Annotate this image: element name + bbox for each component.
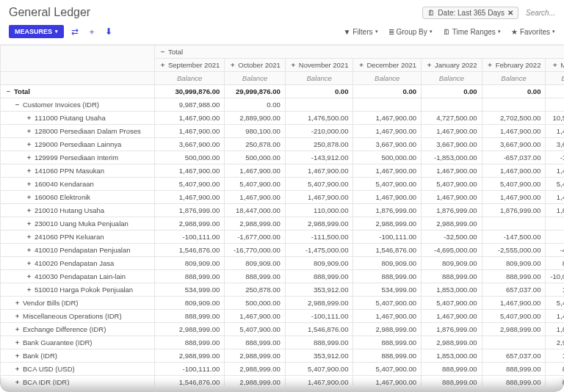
col-header[interactable]: +February 2022 xyxy=(482,59,546,72)
cell: 888,999.00 xyxy=(285,270,353,283)
col-header[interactable]: +October 2021 xyxy=(225,59,286,72)
row-header[interactable]: +BCA IDR (IDR) xyxy=(1,376,155,386)
cell: 250,878.00 xyxy=(225,138,286,151)
row-header[interactable]: +410010 Pendapatan Penjualan xyxy=(1,244,155,257)
row-header[interactable]: −Total xyxy=(1,85,155,98)
cell: -143,912.00 xyxy=(285,151,353,164)
cell: 1,467,900.00 xyxy=(353,310,422,323)
cell: 500,000.00 xyxy=(225,151,286,164)
row-header[interactable]: +Bank Guarantee (IDR) xyxy=(1,336,155,349)
cell: 1,876,999.00 xyxy=(546,323,564,336)
cell: -111,500.00 xyxy=(285,231,353,244)
cell: 5,407,900.00 xyxy=(482,310,546,323)
close-icon[interactable]: ✕ xyxy=(507,9,513,17)
cell: 1,467,900.00 xyxy=(353,191,422,204)
row-header[interactable]: +160060 Elektronik xyxy=(1,191,155,204)
cell: 1,467,900.00 xyxy=(353,125,422,138)
row-header[interactable]: −Customer Invoices (IDR) xyxy=(1,98,155,112)
cell: 1,467,900.00 xyxy=(546,125,564,138)
cell: 2,988,999.00 xyxy=(225,217,286,231)
time-ranges-dropdown[interactable]: 🗓 Time Ranges ▾ xyxy=(443,28,501,36)
cell xyxy=(285,98,353,112)
row-header[interactable]: +128000 Persediaan Dalam Proses xyxy=(1,125,155,138)
row-header[interactable]: +410030 Pendapatan Lain-lain xyxy=(1,270,155,283)
cell: 980,100.00 xyxy=(225,125,286,138)
calendar-icon: 🗓 xyxy=(443,28,450,36)
cell: 2,988,999.00 xyxy=(422,336,482,349)
row-header[interactable]: +Bank (IDR) xyxy=(1,349,155,363)
row-header[interactable]: +160040 Kendaraan xyxy=(1,178,155,191)
col-header[interactable]: +March 2022 xyxy=(546,59,564,72)
row-header[interactable]: +129000 Persediaan Lainnya xyxy=(1,138,155,151)
cell: 1,467,900.00 xyxy=(482,297,546,310)
row-header[interactable]: +Exchange Difference (IDR) xyxy=(1,323,155,336)
cell: 888,999.00 xyxy=(353,270,422,283)
cell xyxy=(482,336,546,349)
search-input[interactable]: Search... xyxy=(523,9,555,17)
cell: 0.00 xyxy=(285,85,353,98)
cell: 809,909.00 xyxy=(482,257,546,270)
cell: 1,476,500.00 xyxy=(285,112,353,125)
cell: 657,037.00 xyxy=(482,283,546,297)
cell: 2,702,500.00 xyxy=(482,112,546,125)
col-group-total[interactable]: −Total xyxy=(155,46,565,59)
cell: 2,988,999.00 xyxy=(225,376,286,386)
cell: 29,999,876.00 xyxy=(225,85,286,98)
col-header[interactable]: +January 2022 xyxy=(422,59,482,72)
cell: 2,988,999.00 xyxy=(285,297,353,310)
row-header[interactable]: +141060 PPN Masukan xyxy=(1,164,155,178)
row-header[interactable]: +210010 Hutang Usaha xyxy=(1,204,155,217)
row-header[interactable]: +410020 Pendapatan Jasa xyxy=(1,257,155,270)
cell: 657,037.00 xyxy=(482,349,546,363)
cell: 1,876,999.00 xyxy=(155,204,225,217)
flip-axis-icon[interactable]: ⇄ xyxy=(70,26,80,37)
row-header[interactable]: +Miscellaneous Operations (IDR) xyxy=(1,310,155,323)
group-by-dropdown[interactable]: ≣ Group By ▾ xyxy=(388,28,433,36)
cell: 1,467,900.00 xyxy=(422,164,482,178)
row-header[interactable]: +241060 PPN Keluaran xyxy=(1,231,155,244)
cell: 2,988,999.00 xyxy=(285,217,353,231)
cell: -1,853,000.00 xyxy=(422,151,482,164)
col-header[interactable]: +December 2021 xyxy=(353,59,422,72)
cell: 888,999.00 xyxy=(155,336,225,349)
row-header[interactable]: +111000 Piutang Usaha xyxy=(1,112,155,125)
cell: 2,988,999.00 xyxy=(353,217,422,231)
cell: 2,988,999.00 xyxy=(225,363,286,376)
pivot-scroll-area[interactable]: −Total +September 2021+October 2021+Nove… xyxy=(0,45,564,385)
cell: 888,999.00 xyxy=(546,376,564,386)
cell: 809,909.00 xyxy=(353,257,422,270)
cell: 2,988,999.00 xyxy=(155,217,225,231)
cell: 1,467,900.00 xyxy=(546,310,564,323)
expand-all-icon[interactable]: ＋ xyxy=(86,26,98,38)
cell: 3,667,900.00 xyxy=(155,138,225,151)
cell: 3,667,900.00 xyxy=(353,138,422,151)
row-header[interactable]: +510010 Harga Pokok Penjualan xyxy=(1,283,155,297)
cell: 3,667,900.00 xyxy=(546,138,564,151)
cell: 126,942.00 xyxy=(546,283,564,297)
cell: 1,467,900.00 xyxy=(422,125,482,138)
cell: 126,942.00 xyxy=(546,349,564,363)
filters-dropdown[interactable]: ▼ Filters ▾ xyxy=(343,28,377,36)
cell: 1,467,900.00 xyxy=(155,164,225,178)
col-header[interactable]: +September 2021 xyxy=(155,59,225,72)
cell: 0.00 xyxy=(482,85,546,98)
cell: 1,467,900.00 xyxy=(546,191,564,204)
col-header[interactable]: +November 2021 xyxy=(285,59,353,72)
cell: 809,909.00 xyxy=(155,257,225,270)
download-icon[interactable]: ⬇ xyxy=(104,26,114,37)
cell: 0.00 xyxy=(546,85,564,98)
measures-button[interactable]: MEASURES ▾ xyxy=(9,25,64,38)
page-title: General Ledger xyxy=(9,6,90,19)
cell: 1,467,900.00 xyxy=(482,125,546,138)
row-header[interactable]: +129999 Persediaan Interim xyxy=(1,151,155,164)
row-header[interactable]: +Vendor Bills (IDR) xyxy=(1,297,155,310)
cell: 1,546,876.00 xyxy=(353,244,422,257)
row-header[interactable]: +BCA USD (USD) xyxy=(1,363,155,376)
cell: 1,467,900.00 xyxy=(225,191,286,204)
date-filter-pill[interactable]: 🗓 Date: Last 365 Days ✕ xyxy=(422,7,518,19)
cell: 1,546,876.00 xyxy=(285,323,353,336)
row-header[interactable]: +230010 Uang Muka Penjualan xyxy=(1,217,155,231)
cell: 500,000.00 xyxy=(353,151,422,164)
favorites-dropdown[interactable]: ★ Favorites ▾ xyxy=(511,28,555,36)
cell: 1,467,900.00 xyxy=(285,376,353,386)
